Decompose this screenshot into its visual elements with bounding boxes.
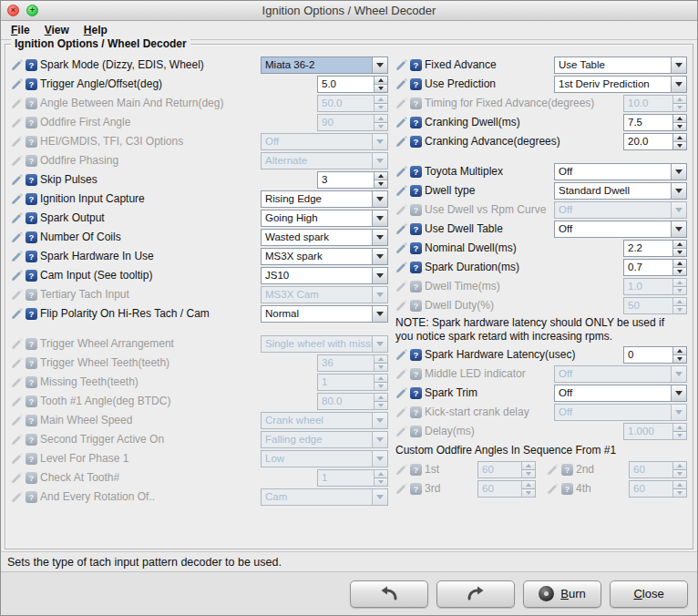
help-icon[interactable]: ? [410, 387, 422, 399]
spinner-up-button[interactable] [375, 77, 387, 84]
help-icon[interactable]: ? [26, 212, 37, 224]
help-icon[interactable]: ? [410, 117, 422, 128]
spinner-value[interactable]: 0.7 [624, 260, 672, 275]
help-icon[interactable]: ? [26, 308, 37, 320]
help-icon[interactable]: ? [26, 78, 37, 90]
burn-button[interactable]: Burn [523, 580, 601, 608]
help-icon[interactable]: ? [410, 262, 422, 273]
spinner-up-button[interactable] [673, 347, 686, 354]
nominal-dwell-ms-spinner[interactable]: 2.2 [623, 240, 687, 257]
spark-hardware-in-use-dropdown[interactable]: MS3X spark [261, 248, 388, 265]
chevron-down-icon[interactable] [372, 249, 387, 264]
help-icon[interactable]: ? [410, 242, 422, 254]
spinner-value[interactable]: 2.2 [624, 241, 672, 256]
dwell-type-dropdown[interactable]: Standard Dwell [554, 182, 687, 200]
spinner-up-button[interactable] [673, 260, 686, 267]
close-window-button[interactable]: × [7, 5, 19, 16]
help-icon[interactable]: ? [410, 78, 422, 90]
skip-pulses-spinner[interactable]: 3 [317, 171, 388, 189]
spinner-up-button[interactable] [375, 172, 387, 180]
chevron-down-icon[interactable] [671, 221, 686, 237]
option-label: 3rd [425, 482, 477, 495]
spinner-up-button[interactable] [673, 134, 686, 141]
row-spark-mode-dizzy-edis-wheel: ?Spark Mode (Dizzy, EDIS, Wheel)Miata 36… [11, 56, 388, 74]
menu-help[interactable]: Help [77, 22, 115, 38]
chevron-down-icon[interactable] [671, 183, 686, 199]
spinner-value[interactable]: 0 [624, 347, 672, 363]
dropdown-selected-value: Off [555, 385, 671, 401]
undo-button[interactable] [350, 580, 428, 608]
chevron-down-icon[interactable] [372, 210, 387, 226]
help-icon[interactable]: ? [410, 349, 422, 361]
close-button[interactable]: Close [610, 580, 688, 608]
number-of-coils-dropdown[interactable]: Wasted spark [261, 229, 388, 246]
help-icon[interactable]: ? [410, 59, 422, 71]
option-label: Trigger Wheel Arrangement [40, 337, 261, 350]
help-icon[interactable]: ? [26, 193, 37, 205]
spinner-buttons [374, 375, 387, 390]
spinner-down-button[interactable] [375, 180, 387, 188]
menu-view[interactable]: View [37, 22, 77, 38]
ignition-input-capture-dropdown[interactable]: Rising Edge [261, 190, 388, 208]
help-icon: ? [26, 289, 37, 301]
cranking-advance-degrees-spinner[interactable]: 20.0 [623, 133, 687, 150]
chevron-down-icon[interactable] [671, 57, 686, 73]
spinner-down-button[interactable] [673, 248, 686, 256]
use-prediction-dropdown[interactable]: 1st Deriv Prediction [554, 76, 687, 93]
spinner-down-button[interactable] [375, 84, 387, 92]
spark-hardware-latency-usec-spinner[interactable]: 0 [623, 346, 687, 364]
help-icon[interactable]: ? [26, 59, 37, 71]
spinner-down-button[interactable] [673, 267, 686, 275]
chevron-down-icon[interactable] [671, 164, 686, 180]
spark-mode-dizzy-edis-wheel-dropdown[interactable]: Miata 36-2 [261, 56, 388, 74]
edit-icon [547, 464, 559, 476]
dropdown-selected-value: Off [555, 202, 671, 218]
cranking-dwell-ms-spinner[interactable]: 7.5 [623, 114, 687, 131]
option-label: Skip Pulses [40, 173, 317, 186]
trigger-angle-offset-deg-spinner[interactable]: 5.0 [317, 76, 388, 93]
4th-spinner: 60 [629, 480, 687, 498]
chevron-down-icon[interactable] [671, 385, 686, 401]
menu-file[interactable]: File [4, 22, 37, 38]
option-label: Nominal Dwell(ms) [425, 241, 623, 254]
toyota-multiplex-dropdown[interactable]: Off [554, 163, 687, 180]
chevron-down-icon[interactable] [372, 57, 387, 73]
help-icon[interactable]: ? [26, 270, 37, 282]
fixed-advance-dropdown[interactable]: Use Table [554, 56, 687, 74]
spinner-value[interactable]: 7.5 [624, 115, 672, 130]
spinner-value[interactable]: 5.0 [318, 77, 374, 92]
spark-output-dropdown[interactable]: Going High [261, 210, 388, 227]
help-icon[interactable]: ? [410, 223, 422, 235]
spinner-down-button[interactable] [673, 354, 686, 363]
help-icon: ? [26, 136, 37, 148]
chevron-down-icon[interactable] [671, 77, 686, 92]
spinner-down-button[interactable] [673, 122, 686, 130]
redo-button[interactable] [436, 580, 515, 608]
titlebar[interactable]: × + Ignition Options / Wheel Decoder [1, 1, 697, 21]
spinner-up-button[interactable] [673, 115, 686, 122]
option-label: Spark Trim [425, 386, 554, 399]
chevron-down-icon[interactable] [372, 191, 387, 207]
chevron-down-icon[interactable] [372, 306, 387, 322]
help-icon[interactable]: ? [26, 231, 37, 243]
spinner-down-button[interactable] [673, 141, 686, 149]
cam-input-see-tooltip-dropdown[interactable]: JS10 [261, 267, 388, 284]
help-icon[interactable]: ? [26, 251, 37, 262]
help-icon[interactable]: ? [26, 174, 37, 186]
zoom-window-button[interactable]: + [26, 5, 38, 16]
row-skip-pulses: ?Skip Pulses3 [11, 170, 388, 189]
chevron-down-icon[interactable] [372, 230, 387, 245]
option-label: Level For Phase 1 [40, 452, 261, 465]
help-icon[interactable]: ? [410, 136, 422, 148]
spark-trim-dropdown[interactable]: Off [554, 385, 687, 402]
spark-duration-ms-spinner[interactable]: 0.7 [623, 259, 687, 276]
help-icon[interactable]: ? [410, 166, 422, 178]
spinner-up-button[interactable] [673, 241, 686, 248]
chevron-down-icon[interactable] [372, 268, 387, 283]
flip-polarity-on-hi-res-tach-cam-dropdown[interactable]: Normal [261, 305, 388, 323]
use-dwell-table-dropdown[interactable]: Off [554, 221, 687, 238]
row-check-at-tooth: ?Check At Tooth#1 [11, 468, 388, 487]
help-icon[interactable]: ? [410, 185, 422, 197]
spinner-value[interactable]: 20.0 [624, 134, 672, 149]
spinner-value[interactable]: 3 [318, 172, 374, 188]
